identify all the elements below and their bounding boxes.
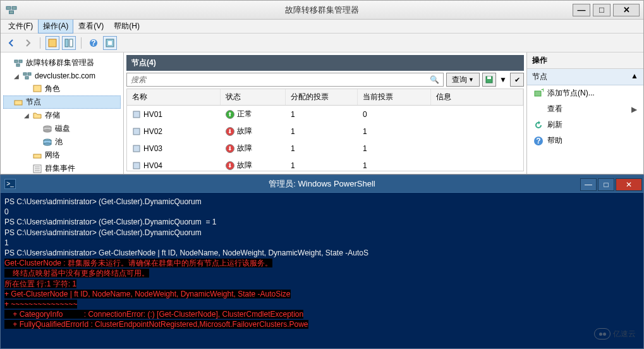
svg-text:?: ?	[91, 39, 95, 47]
tree-cluster-label: devcluster.bc.com	[35, 71, 95, 80]
svg-rect-3	[49, 39, 56, 47]
svg-rect-17	[15, 101, 22, 105]
ps-title: 管理员: Windows PowerShell	[269, 178, 375, 190]
svg-point-20	[44, 130, 51, 132]
forward-button[interactable]	[21, 36, 35, 50]
ps-line: PS C:\Users\administrator> (Get-Cluster)…	[4, 217, 640, 227]
tree-roles[interactable]: 角色	[3, 82, 121, 95]
table-row[interactable]: HV01⬆正常10	[127, 106, 523, 123]
tree-disks[interactable]: 磁盘	[3, 122, 121, 135]
svg-rect-9	[108, 41, 112, 45]
expand-icon[interactable]: ◢	[23, 112, 30, 119]
watermark-text: 亿速云	[613, 329, 636, 340]
help-button[interactable]: ?	[87, 36, 100, 50]
close-button[interactable]: ✕	[613, 4, 640, 16]
center-pane: 节点(4) 🔍 查询▼ ▼ ✔ 名称 状态 分配的投票 当前投票 信息	[124, 52, 526, 174]
menu-file[interactable]: 文件(F)	[3, 19, 38, 34]
ps-close-button[interactable]: ✕	[616, 178, 642, 191]
col-current-vote[interactable]: 当前投票	[358, 89, 431, 105]
tree-pools[interactable]: 池	[3, 135, 121, 149]
collapse-icon[interactable]: ▲	[631, 71, 638, 82]
search-box[interactable]: 🔍	[126, 73, 444, 87]
menu-action[interactable]: 操作(A)	[38, 19, 73, 34]
actions-section[interactable]: 节点 ▲	[527, 69, 643, 85]
svg-text:?: ?	[536, 137, 540, 145]
tree-events[interactable]: 群集事件	[3, 162, 121, 174]
help-icon: ?	[533, 136, 544, 146]
ps-minimize-button[interactable]: —	[580, 178, 597, 191]
tree-root[interactable]: 故障转移群集管理器	[3, 56, 121, 70]
tree-cluster[interactable]: ◢ devcluster.bc.com	[3, 70, 121, 82]
svg-rect-4	[65, 39, 68, 47]
expand-icon[interactable]: ◢	[13, 73, 20, 80]
svg-rect-10	[15, 60, 18, 63]
current-vote: 1	[358, 143, 431, 154]
status-icon: ⬇	[226, 127, 234, 136]
query-button[interactable]: 查询▼	[446, 73, 480, 87]
action-add-node-label: 添加节点(N)...	[547, 88, 595, 99]
toolbar: ?	[1, 34, 643, 52]
add-node-icon: +	[533, 89, 544, 99]
ps-console[interactable]: PS C:\Users\administrator> (Get-Cluster)…	[1, 193, 643, 348]
svg-rect-24	[33, 154, 41, 158]
server-icon	[132, 161, 141, 170]
svg-rect-1	[12, 6, 16, 9]
table-row[interactable]: HV03⬇故障11	[127, 140, 523, 157]
ps-window-buttons: — □ ✕	[580, 177, 643, 191]
status-icon: ⬇	[226, 144, 234, 153]
assigned-vote: 1	[286, 143, 358, 154]
ps-error-line: 终结点映射器中没有更多的终结点可用。	[4, 268, 640, 278]
svg-rect-31	[133, 111, 140, 118]
minimize-button[interactable]: —	[573, 4, 590, 16]
info-cell	[431, 164, 523, 167]
current-vote: 1	[358, 126, 431, 137]
actions-section-label: 节点	[532, 71, 547, 82]
col-info[interactable]: 信息	[431, 89, 523, 105]
action-view[interactable]: 查看 ▶	[527, 101, 643, 117]
maximize-button[interactable]: □	[593, 4, 611, 16]
menu-help[interactable]: 帮助(H)	[109, 19, 145, 34]
ps-error-line: 所在位置 行:1 字符: 1	[4, 279, 640, 289]
col-name[interactable]: 名称	[127, 89, 221, 105]
current-vote: 0	[358, 109, 431, 120]
toolbar-btn2[interactable]	[62, 36, 76, 50]
tree-networks[interactable]: 网络	[3, 149, 121, 162]
action-refresh[interactable]: 刷新	[527, 117, 643, 133]
assigned-vote: 1	[286, 109, 358, 120]
search-input[interactable]	[131, 75, 430, 84]
save-dropdown[interactable]	[482, 73, 496, 87]
tree-nodes[interactable]: 节点	[3, 95, 121, 109]
disk-icon	[42, 124, 52, 134]
tree-pane: 故障转移群集管理器 ◢ devcluster.bc.com 角色 节点 ◢ 存储	[1, 52, 124, 174]
toolbar-btn3[interactable]	[103, 36, 117, 50]
tree-storage[interactable]: ◢ 存储	[3, 109, 121, 122]
window-title: 故障转移群集管理器	[285, 4, 359, 16]
chevron-right-icon: ▶	[631, 105, 637, 114]
powershell-icon: >_	[4, 179, 16, 189]
cluster-manager-window: 故障转移群集管理器 — □ ✕ 文件(F) 操作(A) 查看(V) 帮助(H) …	[0, 0, 644, 174]
cluster-icon	[6, 4, 17, 16]
col-assigned-vote[interactable]: 分配的投票	[286, 89, 358, 105]
titlebar: 故障转移群集管理器 — □ ✕	[1, 1, 643, 20]
back-button[interactable]	[4, 36, 18, 50]
save-dropdown-arrow[interactable]: ▼	[499, 73, 507, 87]
action-add-node[interactable]: + 添加节点(N)...	[527, 85, 643, 101]
status-text: 故障	[237, 143, 252, 154]
ps-maximize-button[interactable]: □	[598, 178, 614, 191]
menu-view[interactable]: 查看(V)	[73, 19, 109, 34]
status-icon: ⬆	[226, 110, 234, 119]
tree-disks-label: 磁盘	[55, 123, 70, 134]
assigned-vote: 1	[286, 126, 358, 137]
svg-text:+: +	[541, 89, 544, 94]
col-status[interactable]: 状态	[221, 89, 286, 105]
table-row[interactable]: HV02⬇故障11	[127, 123, 523, 140]
ps-line: PS C:\Users\administrator> Get-ClusterNo…	[4, 248, 640, 258]
expand-dropdown[interactable]: ✔	[510, 73, 524, 87]
server-icon	[132, 110, 141, 119]
ps-error-line: + CategoryInfo : ConnectionError: (:) [G…	[4, 309, 640, 319]
tree-events-label: 群集事件	[45, 163, 75, 174]
menubar: 文件(F) 操作(A) 查看(V) 帮助(H)	[1, 20, 643, 34]
action-help[interactable]: ? 帮助	[527, 133, 643, 149]
table-row[interactable]: HV04⬇故障11	[127, 157, 523, 171]
toolbar-btn1[interactable]	[46, 36, 59, 50]
